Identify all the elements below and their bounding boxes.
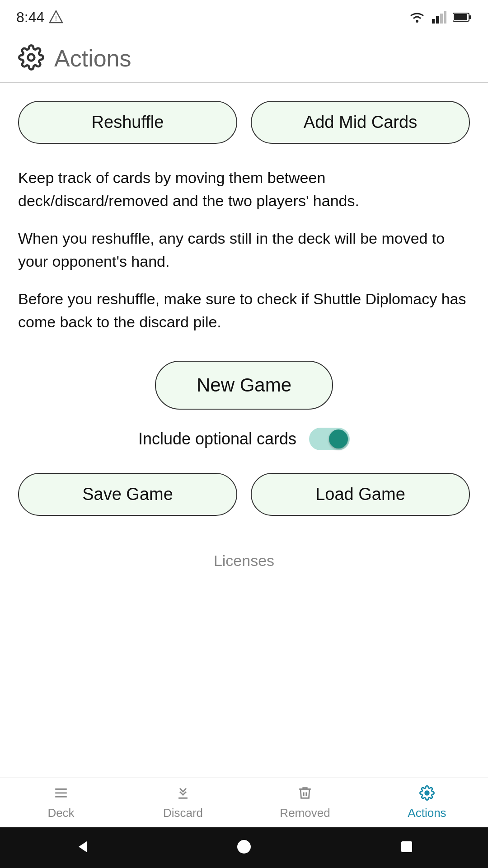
description-block: Keep track of cards by moving them betwe… xyxy=(18,166,470,334)
svg-rect-2 xyxy=(432,19,435,24)
load-game-button[interactable]: Load Game xyxy=(251,473,470,516)
licenses-section: Licenses xyxy=(18,516,470,583)
description-para-3: Before you reshuffle, make sure to check… xyxy=(18,288,470,334)
licenses-link[interactable]: Licenses xyxy=(214,552,274,569)
actions-nav-icon xyxy=(418,785,436,802)
svg-rect-5 xyxy=(444,11,446,24)
optional-cards-toggle[interactable] xyxy=(309,428,350,450)
status-time: 8:44 xyxy=(16,9,44,26)
svg-point-1 xyxy=(416,20,418,23)
description-para-1: Keep track of cards by moving them betwe… xyxy=(18,166,470,212)
battery-icon xyxy=(453,12,472,22)
svg-point-9 xyxy=(28,54,35,61)
svg-point-14 xyxy=(425,791,429,795)
svg-point-16 xyxy=(237,840,251,854)
svg-rect-17 xyxy=(401,841,412,852)
svg-rect-8 xyxy=(454,14,467,20)
main-content: Reshuffle Add Mid Cards Keep track of ca… xyxy=(0,83,488,696)
svg-rect-4 xyxy=(440,14,443,24)
app-header: Actions xyxy=(0,32,488,83)
optional-cards-label: Include optional cards xyxy=(138,429,296,448)
nav-item-removed[interactable]: Removed xyxy=(244,778,366,827)
nav-item-deck[interactable]: Deck xyxy=(0,778,122,827)
nav-item-discard[interactable]: Discard xyxy=(122,778,244,827)
status-bar: 8:44 ! xyxy=(0,0,488,32)
nav-item-actions[interactable]: Actions xyxy=(366,778,488,827)
nav-actions-label: Actions xyxy=(408,806,446,820)
svg-marker-15 xyxy=(79,841,87,852)
recents-button[interactable] xyxy=(399,839,415,857)
deck-icon xyxy=(52,785,70,802)
home-button[interactable] xyxy=(236,839,252,857)
wifi-icon xyxy=(408,11,426,24)
status-icons xyxy=(408,11,472,24)
back-button[interactable] xyxy=(73,839,89,857)
svg-rect-3 xyxy=(436,16,439,24)
optional-cards-toggle-row: Include optional cards xyxy=(138,428,350,450)
toggle-knob xyxy=(329,429,348,448)
warning-icon: ! xyxy=(49,10,63,24)
nav-discard-label: Discard xyxy=(163,806,203,820)
save-game-button[interactable]: Save Game xyxy=(18,473,237,516)
top-action-buttons: Reshuffle Add Mid Cards xyxy=(18,101,470,144)
new-game-button[interactable]: New Game xyxy=(155,361,333,410)
bottom-nav: Deck Discard Removed xyxy=(0,778,488,827)
discard-icon xyxy=(174,785,192,802)
signal-icon xyxy=(432,11,446,24)
reshuffle-button[interactable]: Reshuffle xyxy=(18,101,237,144)
page-title: Actions xyxy=(54,45,131,72)
gear-icon xyxy=(18,44,44,72)
save-load-buttons: Save Game Load Game xyxy=(18,473,470,516)
description-para-2: When you reshuffle, any cards still in t… xyxy=(18,227,470,273)
nav-deck-label: Deck xyxy=(47,806,74,820)
add-mid-cards-button[interactable]: Add Mid Cards xyxy=(251,101,470,144)
system-bar xyxy=(0,827,488,868)
svg-text:!: ! xyxy=(55,15,57,22)
nav-removed-label: Removed xyxy=(280,806,330,820)
new-game-section: New Game Include optional cards xyxy=(18,361,470,450)
svg-rect-7 xyxy=(469,15,471,19)
removed-icon xyxy=(296,785,314,802)
